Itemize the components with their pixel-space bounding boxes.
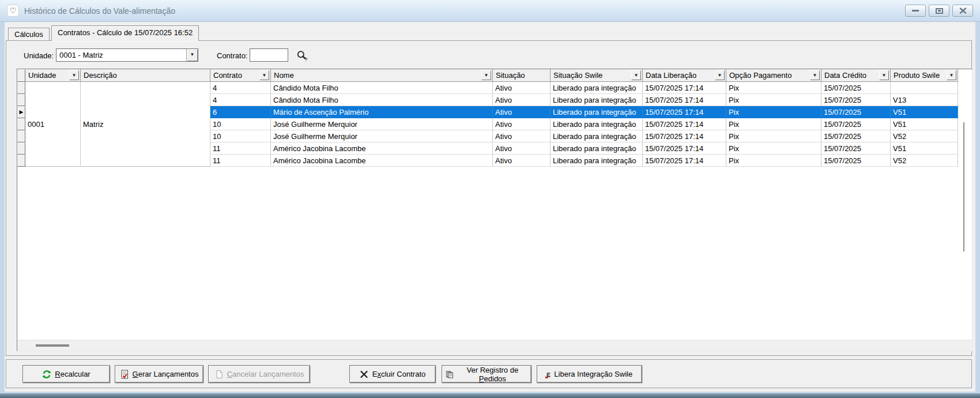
cell-contrato[interactable]: 6 — [210, 106, 271, 118]
cell-data-credito[interactable]: 15/07/2025 — [821, 130, 891, 142]
cell-opcao-pagamento[interactable]: Pix — [726, 155, 821, 167]
gerar-lancamentos-button[interactable]: Gerar Lançamentos — [115, 365, 203, 383]
cell-descricao-group[interactable]: Matriz — [81, 82, 210, 167]
col-header-nome[interactable]: Nome▼ — [271, 69, 493, 82]
cell-situacao-swile[interactable]: Liberado para integração — [551, 106, 643, 118]
column-filter-dropdown-icon[interactable]: ▼ — [69, 70, 79, 80]
column-filter-dropdown-icon[interactable]: ▼ — [947, 70, 956, 80]
horizontal-scrollbar-thumb[interactable] — [36, 344, 69, 347]
cell-data-credito[interactable]: 15/07/2025 — [821, 142, 891, 155]
cell-produto-swile[interactable]: V52 — [891, 130, 958, 142]
column-filter-dropdown-icon[interactable]: ▼ — [715, 70, 725, 80]
cell-data-liberacao[interactable]: 15/07/2025 17:14 — [643, 94, 726, 106]
column-filter-dropdown-icon[interactable]: ▼ — [879, 70, 889, 80]
cell-produto-swile[interactable]: V51 — [891, 118, 958, 130]
cell-situacao-swile[interactable]: Liberado para integração — [551, 130, 643, 142]
maximize-button[interactable] — [929, 5, 949, 17]
cell-opcao-pagamento[interactable]: Pix — [726, 82, 821, 94]
cell-situacao[interactable]: Ativo — [493, 155, 551, 167]
cell-data-liberacao[interactable]: 15/07/2025 17:14 — [643, 142, 726, 155]
chevron-down-icon[interactable]: ▼ — [186, 49, 198, 61]
cell-data-credito[interactable]: 15/07/2025 — [821, 118, 891, 130]
cell-data-liberacao[interactable]: 15/07/2025 17:14 — [643, 130, 726, 142]
excluir-contrato-button[interactable]: Excluir Contrato — [349, 365, 436, 383]
column-filter-dropdown-icon[interactable]: ▼ — [631, 70, 641, 80]
cell-contrato[interactable]: 11 — [210, 155, 271, 167]
unidade-select[interactable]: 0001 - Matriz ▼ — [56, 48, 198, 62]
cell-produto-swile[interactable] — [891, 82, 958, 94]
cell-contrato[interactable]: 4 — [210, 82, 271, 94]
row-indicator[interactable] — [17, 82, 25, 94]
col-header-data-liberacao[interactable]: Data Liberação▼ — [643, 69, 726, 82]
cell-data-liberacao[interactable]: 15/07/2025 17:14 — [643, 106, 726, 118]
cell-situacao-swile[interactable]: Liberado para integração — [551, 118, 643, 130]
cell-nome[interactable]: Cândido Mota Filho — [271, 82, 493, 94]
col-header-opcao-pagamento[interactable]: Opção Pagamento▼ — [726, 69, 821, 82]
cell-situacao[interactable]: Ativo — [493, 82, 551, 94]
horizontal-scrollbar[interactable] — [17, 340, 972, 351]
cell-opcao-pagamento[interactable]: Pix — [726, 142, 821, 155]
cell-opcao-pagamento[interactable]: Pix — [726, 118, 821, 130]
cell-produto-swile[interactable]: V13 — [891, 94, 958, 106]
contrato-input[interactable] — [250, 48, 288, 62]
cell-data-liberacao[interactable]: 15/07/2025 17:14 — [643, 118, 726, 130]
tab-calculos[interactable]: Cálculos — [8, 28, 50, 40]
row-indicator[interactable] — [17, 130, 25, 142]
cell-produto-swile[interactable]: V51 — [891, 142, 958, 155]
cell-situacao[interactable]: Ativo — [493, 130, 551, 142]
libera-integracao-swile-button[interactable]: ɛ Libera Integração Swile — [537, 365, 642, 383]
cell-data-liberacao[interactable]: 15/07/2025 17:14 — [643, 155, 726, 167]
row-indicator[interactable] — [17, 155, 25, 167]
table-row[interactable]: 0001 Matriz 4 Cândido Mota Filho Ativo L… — [17, 82, 958, 94]
tab-contratos[interactable]: Contratos - Cálculo de 15/07/2025 16:52 — [51, 25, 199, 41]
ver-registro-pedidos-button[interactable]: Ver Registro de Pedidos — [442, 365, 532, 383]
cell-situacao[interactable]: Ativo — [493, 94, 551, 106]
cell-contrato[interactable]: 4 — [210, 94, 271, 106]
col-header-descricao[interactable]: Descrição — [81, 69, 210, 82]
titlebar[interactable]: ♡ Histórico de Cálculos do Vale-alimenta… — [0, 0, 980, 22]
selected-row-indicator-icon[interactable]: ▶ — [17, 106, 25, 118]
cell-data-credito[interactable]: 15/07/2025 — [821, 155, 891, 167]
cell-situacao-swile[interactable]: Liberado para integração — [551, 142, 643, 155]
cell-contrato[interactable]: 11 — [210, 142, 271, 155]
cell-situacao-swile[interactable]: Liberado para integração — [551, 155, 643, 167]
cell-nome[interactable]: José Guilherme Merquior — [271, 118, 493, 130]
recalcular-button[interactable]: Recalcular — [22, 365, 110, 383]
cell-nome[interactable]: Cândido Mota Filho — [271, 94, 493, 106]
col-header-unidade[interactable]: Unidade▼ — [25, 69, 81, 82]
cell-data-liberacao[interactable]: 15/07/2025 17:14 — [643, 82, 726, 94]
cell-contrato[interactable]: 10 — [210, 130, 271, 142]
search-button[interactable]: ? — [292, 49, 305, 62]
cell-situacao[interactable]: Ativo — [493, 142, 551, 155]
cell-nome[interactable]: Mário de Ascenção Palmério — [271, 106, 493, 118]
cell-data-credito[interactable]: 15/07/2025 — [821, 106, 891, 118]
cell-situacao-swile[interactable]: Liberado para integração — [551, 94, 643, 106]
col-header-contrato[interactable]: Contrato▼ — [210, 69, 271, 82]
cell-unidade-group[interactable]: 0001 — [25, 82, 81, 167]
cell-nome[interactable]: Américo Jacobina Lacombe — [271, 155, 493, 167]
cell-situacao[interactable]: Ativo — [493, 106, 551, 118]
cell-data-credito[interactable]: 15/07/2025 — [821, 82, 891, 94]
cell-nome[interactable]: Américo Jacobina Lacombe — [271, 142, 493, 155]
row-indicator[interactable] — [17, 118, 25, 130]
col-header-situacao-swile[interactable]: Situação Swile▼ — [551, 69, 643, 82]
cell-situacao-swile[interactable]: Liberado para integração — [551, 82, 643, 94]
cell-nome[interactable]: José Guilherme Merquior — [271, 130, 493, 142]
cell-data-credito[interactable]: 15/07/2025 — [821, 94, 891, 106]
row-indicator[interactable] — [17, 142, 25, 155]
minimize-button[interactable] — [905, 5, 926, 17]
col-header-data-credito[interactable]: Data Crédito▼ — [821, 69, 891, 82]
column-filter-dropdown-icon[interactable]: ▼ — [259, 70, 269, 80]
close-button[interactable] — [952, 5, 973, 17]
cell-opcao-pagamento[interactable]: Pix — [726, 106, 821, 118]
cell-opcao-pagamento[interactable]: Pix — [726, 94, 821, 106]
cell-situacao[interactable]: Ativo — [493, 118, 551, 130]
cell-contrato[interactable]: 10 — [210, 118, 271, 130]
cell-opcao-pagamento[interactable]: Pix — [726, 130, 821, 142]
vertical-scrollbar-thumb[interactable] — [963, 122, 964, 251]
col-header-situacao[interactable]: Situação — [493, 69, 551, 82]
column-filter-dropdown-icon[interactable]: ▼ — [481, 70, 491, 80]
cell-produto-swile[interactable]: V52 — [891, 155, 958, 167]
column-filter-dropdown-icon[interactable]: ▼ — [810, 70, 820, 80]
col-header-produto-swile[interactable]: Produto Swile▼ — [891, 69, 958, 82]
